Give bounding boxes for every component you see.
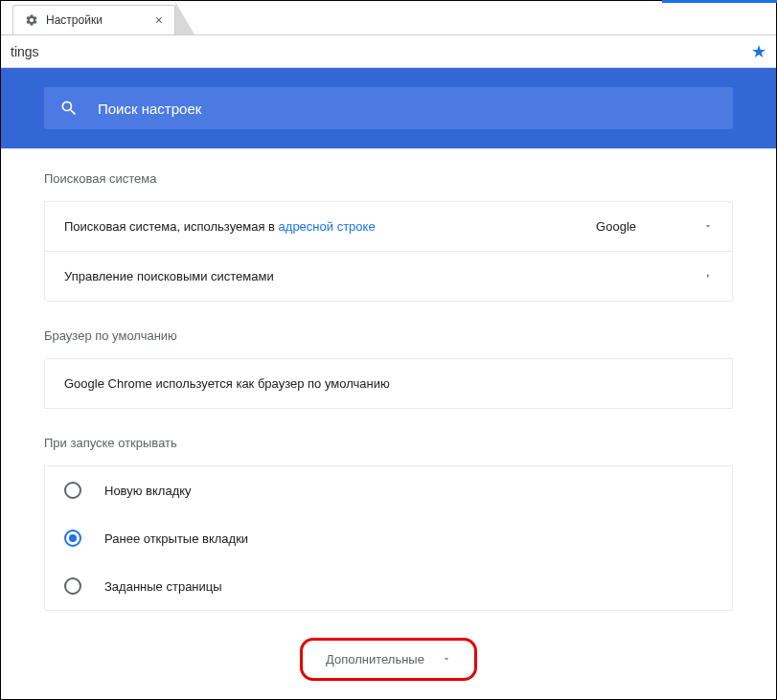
startup-option-new-tab[interactable]: Новую вкладку bbox=[45, 466, 732, 514]
chevron-down-icon bbox=[703, 219, 713, 234]
gear-icon bbox=[25, 13, 38, 27]
radio-icon bbox=[64, 482, 81, 499]
expand-button-label: Дополнительные bbox=[326, 652, 424, 666]
search-engine-row[interactable]: Поисковая система, используемая в адресн… bbox=[45, 202, 732, 252]
chevron-down-icon bbox=[442, 652, 451, 666]
default-browser-info: Google Chrome используется как браузер п… bbox=[45, 359, 732, 408]
settings-header bbox=[1, 68, 776, 148]
address-text: tings bbox=[11, 44, 751, 59]
tab-bar: Настройки × bbox=[1, 1, 776, 35]
section-title-default-browser: Браузер по умолчанию bbox=[44, 328, 733, 343]
chevron-right-icon bbox=[703, 269, 713, 283]
default-browser-card: Google Chrome используется как браузер п… bbox=[44, 358, 733, 409]
manage-search-engines-row[interactable]: Управление поисковыми системами bbox=[45, 252, 732, 301]
tab-slant bbox=[175, 2, 194, 34]
startup-specific-pages-label: Заданные страницы bbox=[104, 579, 222, 594]
address-bar[interactable]: tings ★ bbox=[1, 35, 776, 68]
expand-wrapper: Дополнительные bbox=[44, 638, 733, 681]
search-engine-label: Поисковая система, используемая в адресн… bbox=[64, 219, 596, 234]
startup-card: Новую вкладку Ранее открытые вкладки Зад… bbox=[44, 465, 733, 611]
startup-previous-tabs-label: Ранее открытые вкладки bbox=[104, 531, 248, 546]
search-engine-card: Поисковая система, используемая в адресн… bbox=[44, 201, 733, 302]
dropdown-value: Google bbox=[596, 219, 636, 234]
manage-search-engines-label: Управление поисковыми системами bbox=[64, 269, 703, 283]
address-bar-link[interactable]: адресной строке bbox=[279, 219, 376, 234]
search-icon bbox=[59, 99, 79, 118]
search-wrapper[interactable] bbox=[44, 87, 733, 129]
search-engine-dropdown[interactable]: Google bbox=[596, 219, 713, 234]
section-title-startup: При запуске открывать bbox=[44, 436, 733, 450]
search-engine-prefix: Поисковая система, используемая в bbox=[64, 219, 279, 234]
settings-content: Поисковая система Поисковая система, исп… bbox=[1, 148, 776, 700]
radio-icon bbox=[64, 577, 81, 595]
startup-option-specific-pages[interactable]: Заданные страницы bbox=[45, 562, 732, 610]
window-accent bbox=[662, 0, 777, 3]
close-icon[interactable]: × bbox=[155, 13, 163, 27]
advanced-expand-button[interactable]: Дополнительные bbox=[300, 638, 477, 681]
star-icon[interactable]: ★ bbox=[751, 41, 766, 62]
section-title-search-engine: Поисковая система bbox=[44, 171, 733, 186]
tab-title: Настройки bbox=[46, 13, 103, 27]
startup-option-previous-tabs[interactable]: Ранее открытые вкладки bbox=[45, 514, 732, 562]
startup-new-tab-label: Новую вкладку bbox=[104, 484, 192, 498]
tab-settings[interactable]: Настройки × bbox=[12, 5, 175, 34]
search-input[interactable] bbox=[98, 101, 718, 117]
radio-icon-selected bbox=[64, 530, 81, 547]
